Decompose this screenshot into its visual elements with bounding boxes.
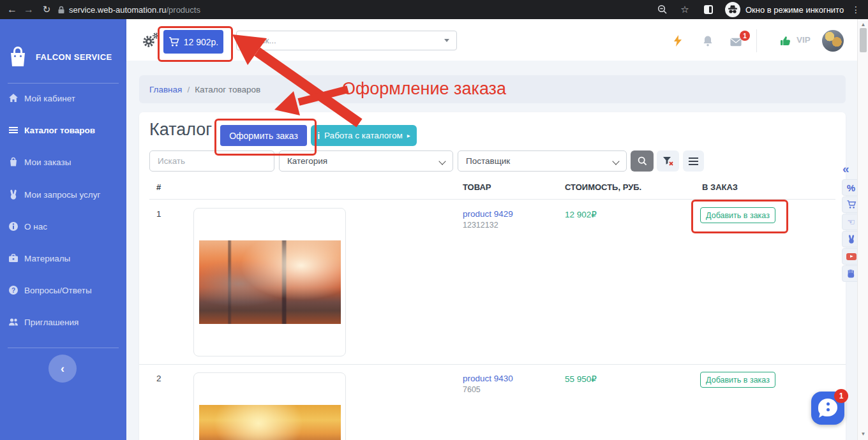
table-row: 1 product 9429 12312132 12 902₽ Добавить… [139,200,846,365]
thumbs-up-icon[interactable] [780,35,791,47]
sidebar-item-service-requests[interactable]: Мои запросы услуг [8,187,100,202]
scroll-down-icon[interactable]: ▼ [858,431,868,437]
sidebar: FALCON SERVICE Мой кабинет Каталог товар… [0,19,126,440]
product-code: 7605 [463,385,481,394]
bell-icon[interactable] [702,35,714,47]
home-icon [8,93,19,103]
category-select-value: Категория [287,156,327,166]
add-to-order-button[interactable]: Добавить в заказ [700,372,775,388]
side-panel-icon[interactable] [703,4,714,15]
sidebar-item-label: Мои заказы [24,158,71,167]
browser-reload-icon[interactable]: ↻ [38,0,55,19]
sidebar-item-faq[interactable]: ? Вопросы/Ответы [8,282,92,298]
address-bar[interactable]: service.web-automation.ru/products [69,0,200,19]
pointing-hand-icon: ☜ [847,217,855,226]
cart-total-button[interactable]: 12 902р. [163,30,223,54]
victory-hand-icon [847,235,856,244]
browser-forward-icon[interactable]: → [20,0,37,19]
briefcase-icon [8,253,19,263]
sidebar-divider [8,348,119,348]
row-number: 2 [156,374,161,383]
browser-menu-icon[interactable]: ⋮ [849,0,863,19]
sidebar-item-orders[interactable]: Мои заказы [8,154,71,170]
sidebar-item-materials[interactable]: Материалы [8,251,70,266]
breadcrumb-home-link[interactable]: Главная [149,85,182,94]
search-icon [638,156,647,166]
product-image-card[interactable] [193,208,346,356]
product-price: 55 950₽ [565,374,597,384]
victory-hand-icon [8,189,19,200]
browser-chrome: ← → ↻ service.web-automation.ru/products… [0,0,868,19]
chevron-left-icon: ‹ [61,362,64,376]
apply-search-button[interactable] [631,150,654,172]
product-name-link[interactable]: product 9430 [463,374,513,383]
rail-collapse-icon[interactable]: « [842,162,849,176]
catalog-help-label: Работа с каталогом [324,131,403,140]
product-image [199,240,341,324]
sidebar-item-about[interactable]: О нас [8,219,47,234]
add-to-order-button[interactable]: Добавить в заказ [700,207,775,223]
screen: ← → ↻ service.web-automation.ru/products… [0,0,868,440]
palm-hand-icon [847,269,855,278]
scrollbar[interactable]: ▲ ▼ [857,19,868,440]
youtube-icon [846,253,857,260]
product-image-card[interactable] [193,372,346,440]
sidebar-item-label: Мои запросы услуг [24,190,100,200]
info-icon: i [317,131,320,141]
column-header-product: ТОВАР [463,182,491,192]
page-title: Каталог [149,120,212,140]
checkout-button[interactable]: Оформить заказ [220,125,307,146]
clear-filter-button[interactable] [657,150,679,172]
chevron-down-icon [444,39,449,42]
lock-icon [57,6,65,14]
lightning-icon[interactable] [672,35,684,47]
sidebar-item-catalog[interactable]: Каталог товаров [8,122,95,138]
cart-total: 12 902р. [184,37,219,47]
sidebar-item-label: Материалы [24,254,70,263]
bookmark-star-icon[interactable]: ☆ [678,0,692,19]
incognito-label: Окно в режиме инкогнито [745,0,844,19]
header-divider [756,29,757,52]
catalog-help-button[interactable]: i Работа с каталогом ▸ [311,125,417,146]
shopping-bag-icon [8,157,19,167]
sidebar-collapse-button[interactable]: ‹ [49,355,77,383]
caret-right-icon: ▸ [407,132,410,139]
product-image [199,405,341,440]
sidebar-item-label: Приглашения [24,318,79,327]
row-number: 1 [156,209,161,219]
chat-badge: 1 [834,389,848,403]
percent-icon: % [847,182,855,193]
settings-gears-icon[interactable] [142,31,160,49]
category-select[interactable]: Категория [279,150,453,172]
header-search-input[interactable] [236,31,457,50]
sidebar-item-cabinet[interactable]: Мой кабинет [8,91,75,106]
url-path: /products [166,5,200,15]
sidebar-item-label: Мой кабинет [24,94,75,103]
chevron-down-icon [438,158,445,165]
view-menu-button[interactable] [683,150,704,172]
brand-bag-icon [9,46,27,69]
zoom-out-icon[interactable] [657,4,668,15]
product-code: 12312132 [463,221,498,230]
cart-icon [168,37,179,47]
scroll-up-icon[interactable]: ▲ [858,22,868,27]
sidebar-item-invitations[interactable]: Приглашения [8,314,79,330]
incognito-icon [725,2,740,17]
breadcrumb-current: Каталог товаров [195,85,260,94]
product-name-link[interactable]: product 9429 [463,209,513,219]
sidebar-item-label: Каталог товаров [24,126,95,135]
column-header-order: В ЗАКАЗ [702,182,738,192]
supplier-select[interactable]: Поставщик [458,150,627,172]
sidebar-item-label: О нас [24,222,47,231]
browser-back-icon[interactable]: ← [4,0,20,19]
url-host: service.web-automation.ru [69,5,166,15]
chat-bubble-icon [818,399,837,416]
cart-icon [846,200,857,209]
scrollbar-thumb[interactable] [860,28,867,52]
catalog-card: Каталог Оформить заказ i Работа с катало… [139,112,846,440]
catalog-search-input[interactable] [149,150,274,172]
user-avatar[interactable] [822,30,844,52]
supplier-select-value: Поставщик [466,156,510,166]
column-header-price: СТОИМОСТЬ, РУБ. [565,182,641,192]
vip-label: VIP [797,35,811,45]
